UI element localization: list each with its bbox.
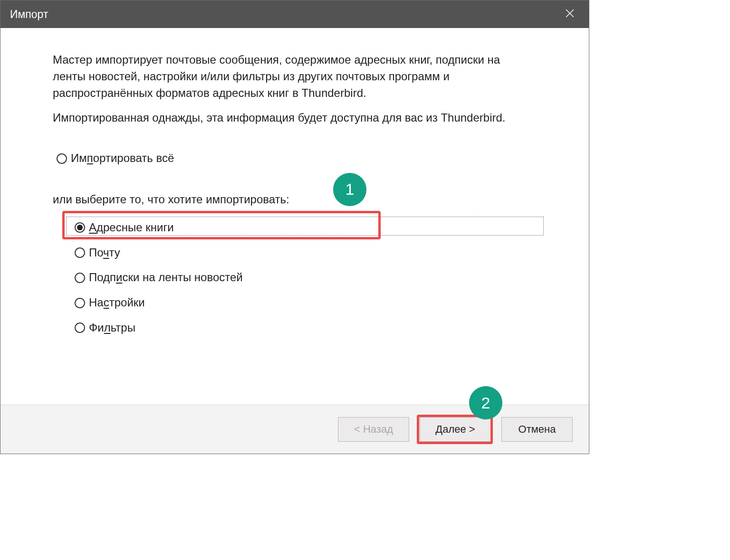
intro-paragraph-1: Мастер импортирует почтовые сообщения, с…: [53, 52, 533, 101]
radio-icon: [75, 298, 85, 308]
radio-feeds[interactable]: Подписки на ленты новостей: [75, 266, 537, 289]
radio-import-all-label: Импортировать всё: [71, 150, 174, 167]
sub-prompt: или выберите то, что хотите импортироват…: [53, 191, 537, 208]
next-button[interactable]: Далее >: [420, 417, 491, 442]
radio-icon: [75, 222, 85, 233]
import-options-group: Адресные книги Почту Подписки на ленты н…: [71, 217, 537, 339]
close-icon: [565, 8, 575, 21]
intro-paragraph-2: Импортированная однажды, эта информация …: [53, 110, 533, 126]
cancel-button[interactable]: Отмена: [501, 417, 573, 442]
dialog-body: Мастер импортирует почтовые сообщения, с…: [0, 28, 589, 405]
titlebar: Импорт: [0, 0, 589, 28]
radio-feeds-label: Подписки на ленты новостей: [89, 269, 243, 286]
radio-filters[interactable]: Фильтры: [75, 317, 537, 339]
radio-settings[interactable]: Настройки: [75, 292, 537, 314]
back-button[interactable]: < Назад: [338, 417, 409, 442]
radio-address-books[interactable]: Адресные книги: [75, 217, 537, 239]
radio-address-books-label: Адресные книги: [89, 219, 174, 236]
import-wizard-window: Импорт Мастер импортирует почтовые сообщ…: [0, 0, 589, 454]
radio-settings-label: Настройки: [89, 294, 145, 311]
radio-icon: [75, 323, 85, 333]
radio-icon: [57, 153, 67, 164]
radio-icon: [75, 247, 85, 258]
radio-import-all[interactable]: Импортировать всё: [57, 147, 537, 170]
window-title: Импорт: [10, 8, 48, 21]
radio-mail-label: Почту: [89, 245, 120, 261]
radio-icon: [75, 273, 85, 283]
dialog-footer: < Назад Далее > Отмена 2: [0, 405, 589, 454]
radio-filters-label: Фильтры: [89, 320, 135, 336]
close-button[interactable]: [560, 5, 579, 24]
radio-mail[interactable]: Почту: [75, 242, 537, 264]
